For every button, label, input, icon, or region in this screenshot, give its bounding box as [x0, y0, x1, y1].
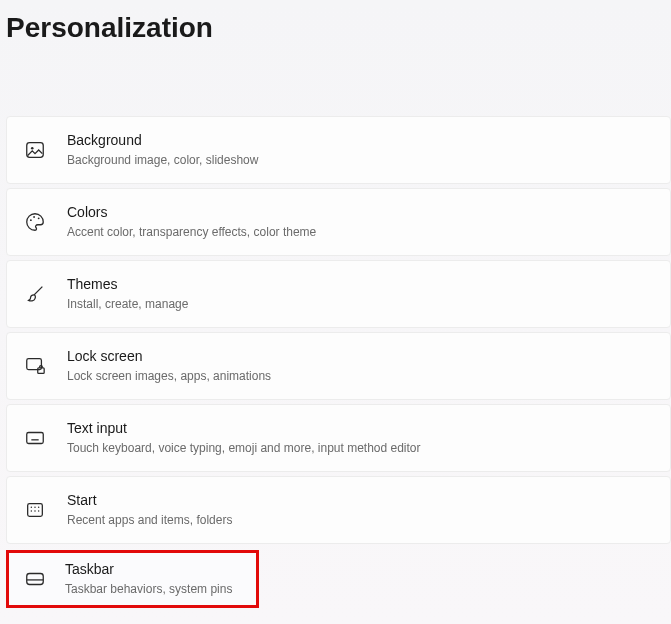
- svg-point-16: [31, 510, 32, 511]
- nav-item-textinput[interactable]: Text input Touch keyboard, voice typing,…: [6, 404, 671, 472]
- settings-list: Background Background image, color, slid…: [0, 116, 671, 608]
- item-title: Start: [67, 491, 232, 511]
- item-title: Lock screen: [67, 347, 271, 367]
- brush-icon: [23, 282, 47, 306]
- item-title: Taskbar: [65, 560, 232, 580]
- svg-point-2: [30, 219, 32, 221]
- svg-point-15: [38, 507, 39, 508]
- item-title: Themes: [67, 275, 188, 295]
- item-title: Colors: [67, 203, 316, 223]
- taskbar-icon: [23, 567, 47, 591]
- svg-point-3: [33, 216, 35, 218]
- item-desc: Taskbar behaviors, system pins: [65, 581, 232, 598]
- item-title: Background: [67, 131, 258, 151]
- monitor-lock-icon: [23, 354, 47, 378]
- item-desc: Recent apps and items, folders: [67, 512, 232, 529]
- nav-item-themes[interactable]: Themes Install, create, manage: [6, 260, 671, 328]
- picture-icon: [23, 138, 47, 162]
- svg-point-14: [34, 507, 35, 508]
- svg-point-18: [38, 510, 39, 511]
- nav-item-lockscreen[interactable]: Lock screen Lock screen images, apps, an…: [6, 332, 671, 400]
- svg-point-1: [31, 147, 34, 150]
- nav-item-taskbar[interactable]: Taskbar Taskbar behaviors, system pins: [6, 550, 259, 608]
- palette-icon: [23, 210, 47, 234]
- svg-point-13: [31, 507, 32, 508]
- item-desc: Accent color, transparency effects, colo…: [67, 224, 316, 241]
- item-desc: Install, create, manage: [67, 296, 188, 313]
- svg-point-17: [34, 510, 35, 511]
- item-desc: Background image, color, slideshow: [67, 152, 258, 169]
- svg-point-4: [38, 217, 40, 219]
- page-title: Personalization: [0, 0, 671, 44]
- svg-rect-7: [27, 433, 44, 444]
- keyboard-icon: [23, 426, 47, 450]
- grid-icon: [23, 498, 47, 522]
- item-desc: Lock screen images, apps, animations: [67, 368, 271, 385]
- svg-rect-12: [28, 504, 43, 517]
- nav-item-colors[interactable]: Colors Accent color, transparency effect…: [6, 188, 671, 256]
- item-desc: Touch keyboard, voice typing, emoji and …: [67, 440, 421, 457]
- nav-item-background[interactable]: Background Background image, color, slid…: [6, 116, 671, 184]
- item-title: Text input: [67, 419, 421, 439]
- svg-rect-19: [27, 574, 44, 585]
- nav-item-start[interactable]: Start Recent apps and items, folders: [6, 476, 671, 544]
- svg-rect-0: [27, 143, 44, 158]
